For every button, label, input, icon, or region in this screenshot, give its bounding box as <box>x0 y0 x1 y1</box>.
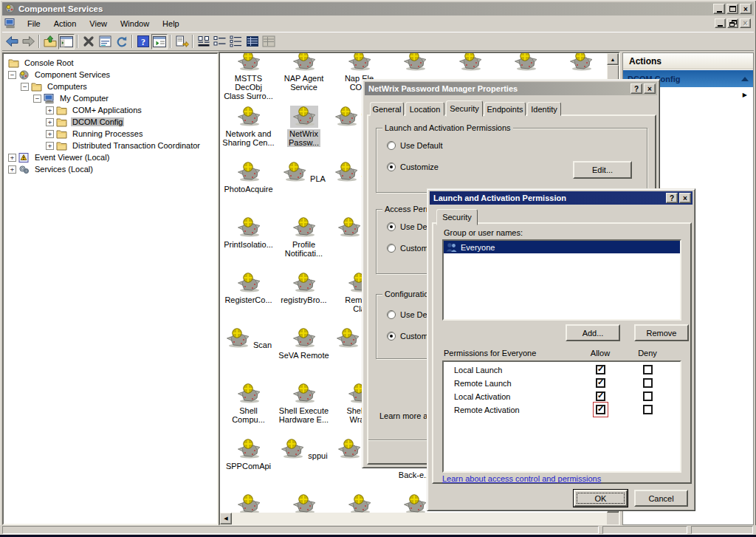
small-icons-view-button[interactable] <box>212 34 228 49</box>
dcom-item-sppcomapi[interactable]: SPPComApi <box>221 438 276 471</box>
menu-window[interactable]: Window <box>114 17 156 30</box>
scroll-up-icon[interactable]: ▲ <box>607 53 619 65</box>
context-help-icon[interactable]: ? <box>630 83 642 94</box>
forward-arrow-button[interactable] <box>20 34 36 49</box>
dcom-item-mstts-decobj-class-surro[interactable]: MSTTS DecObj Class Surro... <box>221 53 276 100</box>
tab-endpoints[interactable]: Endpoints <box>484 102 526 116</box>
allow-checkbox[interactable] <box>596 391 605 401</box>
tree-item-services-local[interactable]: +Services (Local) <box>4 163 217 175</box>
group-everyone[interactable]: Everyone <box>444 241 680 253</box>
menu-file[interactable]: File <box>21 17 47 30</box>
expand-icon[interactable]: + <box>46 118 54 126</box>
expand-icon[interactable]: + <box>8 154 16 162</box>
child-close-icon[interactable]: × <box>740 18 751 28</box>
close-icon[interactable]: × <box>740 4 752 14</box>
deny-checkbox[interactable] <box>643 378 653 388</box>
large-icons-view-button[interactable] <box>196 34 212 49</box>
dcom-item[interactable] <box>387 53 442 72</box>
customize-view-button[interactable] <box>261 34 277 49</box>
add-button[interactable]: Add... <box>566 324 620 341</box>
ok-button[interactable]: OK <box>574 490 628 507</box>
allow-checkbox[interactable] <box>596 365 605 374</box>
tab-identity[interactable]: Identity <box>527 102 561 116</box>
dcom-item[interactable] <box>221 493 276 513</box>
tree-item-event-viewer-local[interactable]: +Event Viewer (Local) <box>4 151 217 163</box>
dcom-item[interactable] <box>442 53 498 72</box>
menu-action[interactable]: Action <box>47 17 83 30</box>
dcom-item-registerco[interactable]: RegisterCo... <box>221 272 276 304</box>
show-window-button[interactable] <box>151 34 168 49</box>
edit-button[interactable]: Edit... <box>573 161 632 179</box>
tree-item-distributed-transaction-coordinator[interactable]: +Distributed Transaction Coordinator <box>4 140 217 151</box>
dcom-item[interactable] <box>553 53 607 72</box>
dcom-item-pla[interactable]: PLA <box>276 161 331 183</box>
radio-icon[interactable] <box>387 141 396 150</box>
collapse-icon[interactable]: − <box>8 71 16 79</box>
dcom-item-shell-execute-hardware-e[interactable]: Shell Execute Hardware E... <box>276 383 331 424</box>
console-window-icon[interactable] <box>4 18 16 30</box>
up-one-level-button[interactable] <box>42 34 58 49</box>
remove-button[interactable]: Remove <box>634 324 689 341</box>
properties-button[interactable] <box>97 34 113 49</box>
group-names-list[interactable]: Everyone <box>442 239 681 321</box>
dcom-item-scan[interactable]: Scan <box>221 327 276 349</box>
radio-icon[interactable] <box>387 163 396 171</box>
export-list-button[interactable] <box>173 34 190 49</box>
tab-security[interactable]: Security <box>446 100 483 117</box>
dcom-item-netwrix-passw[interactable]: NetWrix Passw... <box>276 106 331 147</box>
tree-item-console-root[interactable]: Console Root <box>4 57 217 69</box>
menu-view[interactable]: View <box>83 17 114 30</box>
tree-item-com-applications[interactable]: +COM+ Applications <box>4 104 217 116</box>
dcom-item-profile-notificati[interactable]: Profile Notificati... <box>276 216 331 258</box>
tree-item-my-computer[interactable]: −My Computer <box>4 92 217 104</box>
collapse-section-icon[interactable] <box>741 77 749 81</box>
back-arrow-button[interactable] <box>4 34 20 49</box>
list-view-button[interactable] <box>228 34 244 49</box>
learn-link[interactable]: Learn about access control and permissio… <box>442 474 601 483</box>
dcom-item-seva-remote[interactable]: SeVA Remote <box>276 327 331 360</box>
expand-icon[interactable]: + <box>8 165 16 174</box>
deny-checkbox[interactable] <box>643 391 653 401</box>
dcom-item-sppui[interactable]: sppui <box>276 438 331 460</box>
deny-checkbox[interactable] <box>643 405 653 414</box>
allow-checkbox[interactable] <box>596 378 605 388</box>
tree-item-computers[interactable]: −Computers <box>4 81 217 92</box>
tree-item-dcom-config[interactable]: +DCOM Config <box>4 116 217 128</box>
horizontal-scrollbar[interactable]: ◀ <box>220 513 607 524</box>
radio-use-default[interactable]: Use Default <box>387 141 442 150</box>
properties-dialog-titlebar[interactable]: NetWrix Password Manager Properties ? × <box>365 82 657 95</box>
child-minimize-icon[interactable] <box>715 18 726 28</box>
deny-checkbox[interactable] <box>643 365 653 374</box>
details-view-button[interactable] <box>244 34 261 49</box>
title-bar[interactable]: Component Services × <box>2 2 754 16</box>
menu-help[interactable]: Help <box>156 17 186 30</box>
dcom-item-network-and-sharing-cen[interactable]: Network and Sharing Cen... <box>221 106 276 147</box>
help-button[interactable]: ? <box>135 34 151 49</box>
dcom-item[interactable] <box>276 493 331 513</box>
expand-icon[interactable]: + <box>46 130 54 138</box>
show-console-tree-button[interactable] <box>58 34 75 49</box>
context-help-icon[interactable]: ? <box>666 193 678 203</box>
radio-icon[interactable] <box>387 244 396 253</box>
scroll-left-icon[interactable]: ◀ <box>220 513 232 524</box>
dcom-item-registrybro[interactable]: registryBro... <box>276 272 331 304</box>
radio-customize[interactable]: Customize <box>387 163 439 171</box>
tab-security[interactable]: Security <box>436 209 478 225</box>
child-restore-icon[interactable] <box>727 18 738 28</box>
dcom-item-nap-agent-service[interactable]: NAP Agent Service <box>276 53 331 92</box>
expand-icon[interactable]: + <box>46 106 54 114</box>
permission-dialog-titlebar[interactable]: Launch and Activation Permission ? × <box>430 191 693 205</box>
collapse-icon[interactable]: − <box>33 95 41 103</box>
refresh-button[interactable] <box>113 34 129 49</box>
radio-icon[interactable] <box>387 332 396 341</box>
minimize-icon[interactable] <box>713 4 725 14</box>
tab-location[interactable]: Location <box>405 102 444 116</box>
close-icon[interactable]: × <box>644 83 656 94</box>
delete-button[interactable] <box>80 34 97 49</box>
maximize-icon[interactable] <box>726 4 738 14</box>
dcom-item[interactable] <box>498 53 553 72</box>
tree-item-running-processes[interactable]: +Running Processes <box>4 128 217 140</box>
dcom-item-photoacquire[interactable]: PhotoAcquire <box>221 161 276 194</box>
dcom-item[interactable] <box>331 493 387 513</box>
radio-icon[interactable] <box>387 222 396 231</box>
